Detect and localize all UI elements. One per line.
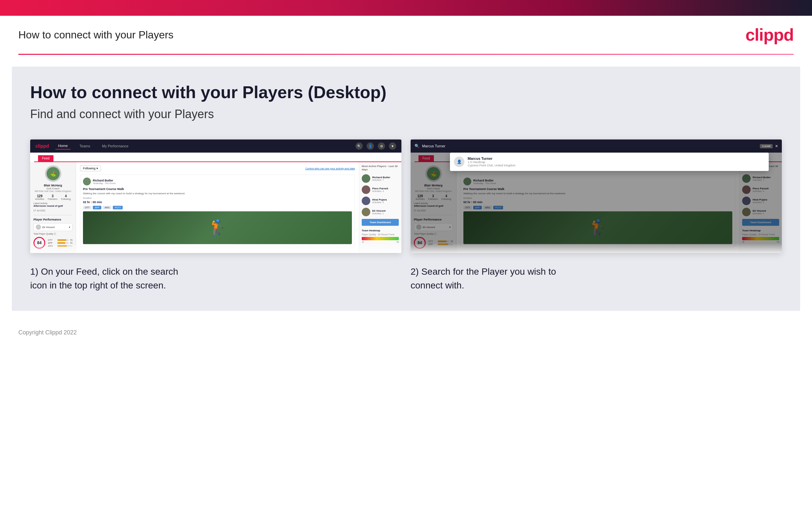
player-list-item-4: Eli Vincent Activities: 1 [362, 208, 399, 216]
search-icon-1[interactable]: 🔍 [355, 142, 363, 150]
activity-user-row-1: Richard Butler Yesterday · The Grove [83, 177, 352, 185]
following-btn-1[interactable]: Following ▾ [80, 165, 101, 171]
tag-ott-1: OTT [83, 206, 92, 209]
screenshot-1: clippd Home Teams My Performance 🔍 👤 ⚙ ▼… [30, 139, 401, 253]
player-list-item-3: Hiral Pujara Activities: 3 [362, 197, 399, 205]
desc-section: 1) On your Feed, click on the searchicon… [30, 265, 782, 292]
search-bar-2: 🔍 Marcus Turner CLEAR × [411, 139, 782, 153]
profile-avatar-2: ⛳ [425, 165, 442, 182]
right-panel-2: Most Active Players · Last 30 days Richa… [739, 162, 782, 253]
nav-myperformance-1[interactable]: My Performance [99, 143, 131, 149]
stat-activities-1: 129 Activities [35, 194, 44, 200]
feed-tab-1[interactable]: Feed [38, 155, 53, 162]
search-result-dropdown-2: 👤 Marcus Turner 1-5 Handicap Cypress Poi… [450, 153, 769, 171]
app-body-1: ⛳ Blair McHarg Golf Coach Mill Ride Golf… [30, 162, 401, 253]
tags-row-1: OTT APP ARG PUTT [83, 206, 352, 209]
top-bar [0, 0, 812, 16]
heatmap-subtitle-1: Player Quality · 20 Round Trend [362, 233, 399, 236]
screenshots-row: clippd Home Teams My Performance 🔍 👤 ⚙ ▼… [30, 139, 782, 253]
activity-title-1: Pre Tournament Course Walk [83, 187, 352, 190]
tag-arg-1: ARG [103, 206, 111, 209]
player-list-item-1: Richard Butler Activities: 7 [362, 174, 399, 183]
screenshot-1-wrapper: clippd Home Teams My Performance 🔍 👤 ⚙ ▼… [30, 139, 401, 253]
heatmap-bar-1 [362, 237, 399, 240]
desc-text-1: 1) On your Feed, click on the searchicon… [30, 265, 401, 292]
latest-activity-label-1: Latest Activity [34, 202, 73, 205]
main-headline: How to connect with your Players (Deskto… [30, 82, 782, 102]
screenshot-1-fade [30, 243, 401, 253]
screenshot-2: 🔍 Marcus Turner CLEAR × 👤 Marcus Turner … [411, 139, 782, 253]
mid-panel-2: Following ▾ Control who can see your act… [457, 162, 739, 253]
desc-box-2: 2) Search for the Player you wish toconn… [411, 265, 782, 292]
profile-avatar-1: ⛳ [45, 165, 61, 182]
tag-putt-1: PUTT [113, 206, 123, 209]
player-avatar-piers-1 [362, 185, 370, 194]
activity-image-1: 🏌️ [83, 211, 352, 244]
heatmap-labels-1: -5 +5 [362, 241, 399, 243]
search-result-club-2: Cypress Point Club, United Kingdom [468, 164, 516, 167]
activity-desc-1: Walking the course with my coach to buil… [83, 192, 352, 195]
activity-user-meta-1: Yesterday · The Grove [93, 182, 116, 184]
search-result-item-2[interactable]: 👤 Marcus Turner 1-5 Handicap Cypress Poi… [454, 157, 765, 167]
profile-club-1: Mill Ride Golf Club, United Kingdom [34, 190, 73, 192]
stats-row-1: 129 Activities 3 Followers 4 Following [34, 194, 73, 200]
app-body-2: ⛳ Blair McHarg Golf Coach Mill Ride Golf… [411, 162, 782, 253]
clear-btn-2[interactable]: CLEAR [760, 144, 773, 148]
footer: Copyright Clippd 2022 [0, 323, 812, 343]
latest-activity-value-1: Afternoon round of golf [34, 205, 73, 207]
nav-teams-1[interactable]: Teams [77, 143, 93, 149]
desc-box-1: 1) On your Feed, click on the searchicon… [30, 265, 401, 292]
search-result-handicap-2: 1-5 Handicap [468, 161, 516, 164]
main-subheadline: Find and connect with your Players [30, 107, 782, 121]
activity-avatar-1 [83, 177, 91, 185]
feed-tab-2: Feed [419, 155, 434, 162]
duration-value-1: 02 hr : 00 min [83, 201, 352, 204]
close-btn-2[interactable]: × [775, 143, 778, 149]
control-link-1[interactable]: Control who can see your activity and da… [305, 167, 355, 170]
user-icon-1[interactable]: 👤 [367, 142, 374, 150]
profile-role-1: Golf Coach [34, 187, 73, 190]
desc-text-2: 2) Search for the Player you wish toconn… [411, 265, 782, 292]
profile-name-1: Blair McHarg [34, 184, 73, 187]
left-panel-2: ⛳ Blair McHarg Golf Coach Mill Ride Golf… [411, 162, 457, 253]
search-icon-2: 🔍 [415, 144, 420, 148]
search-input-2[interactable]: Marcus Turner [422, 144, 757, 148]
player-avatar-hiral-1 [362, 197, 370, 205]
team-dashboard-btn-1[interactable]: Team Dashboard [362, 219, 399, 226]
page-title: How to connect with your Players [18, 29, 174, 41]
active-players-title-1: Most Active Players · Last 30 days [362, 165, 399, 172]
stat-followers-1: 3 Followers [48, 194, 58, 200]
profile-role-2: Golf Coach [414, 187, 453, 190]
app-nav-1: clippd Home Teams My Performance 🔍 👤 ⚙ ▼ [30, 139, 401, 153]
left-panel-1: ⛳ Blair McHarg Golf Coach Mill Ride Golf… [30, 162, 76, 253]
nav-home-1[interactable]: Home [55, 142, 70, 150]
right-panel-1: Most Active Players · Last 30 days Richa… [359, 162, 401, 253]
app-logo-1: clippd [36, 143, 49, 149]
player-list-item-2: Piers Parnell Activities: 4 [362, 185, 399, 194]
profile-icon-1[interactable]: ▼ [389, 142, 396, 150]
search-result-name-2: Marcus Turner [468, 157, 516, 161]
copyright: Copyright Clippd 2022 [18, 329, 77, 336]
duration-label-1: Duration [83, 197, 352, 199]
header: How to connect with your Players clippd [0, 16, 812, 54]
header-divider [18, 54, 794, 55]
player-avatar-richard-1 [362, 174, 370, 183]
player-perf-title-1: Player Performance [34, 218, 73, 221]
activity-card-1: Richard Butler Yesterday · The Grove Pre… [80, 175, 355, 247]
stat-following-1: 4 Following [61, 194, 71, 200]
player-select-1[interactable]: Eli Vincent ▾ [34, 223, 73, 231]
activity-user-name-1: Richard Butler [93, 179, 116, 182]
screenshot-2-fade [411, 243, 782, 253]
tag-app-1: APP [93, 206, 101, 209]
following-row-1: Following ▾ Control who can see your act… [80, 165, 355, 171]
search-result-avatar-2: 👤 [454, 157, 464, 167]
main-content: How to connect with your Players (Deskto… [12, 67, 800, 311]
stats-row-2: 129 Activities 3 Followers 4 Following [414, 194, 453, 200]
screenshot-2-wrapper: 🔍 Marcus Turner CLEAR × 👤 Marcus Turner … [411, 139, 782, 253]
mid-panel-1: Following ▾ Control who can see your act… [76, 162, 359, 253]
settings-icon-1[interactable]: ⚙ [378, 142, 385, 150]
latest-activity-date-1: 27 Jul 2022 [34, 209, 73, 212]
profile-club-2: Mill Ride Golf Club, United Kingdom [414, 190, 453, 192]
logo: clippd [746, 25, 794, 45]
player-avatar-eli-1 [362, 208, 370, 216]
